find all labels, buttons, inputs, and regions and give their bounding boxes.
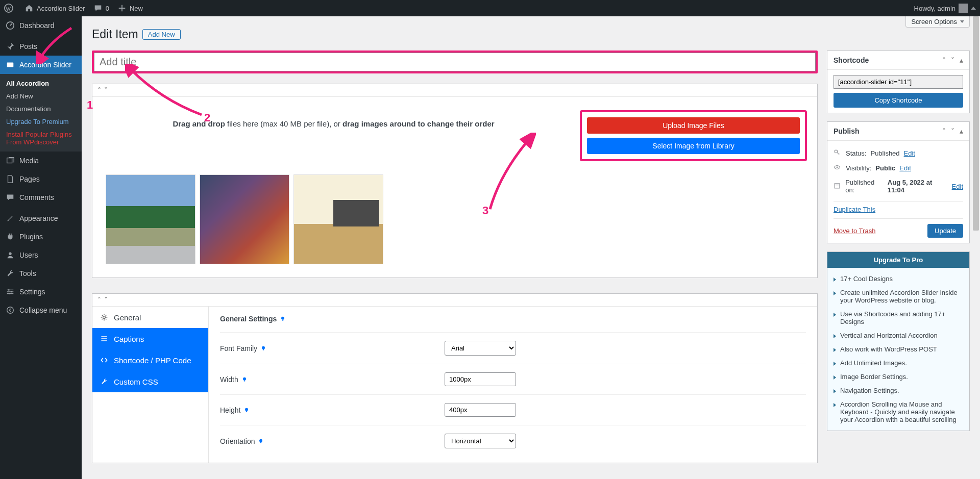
add-new-button[interactable]: Add New [142,29,181,40]
wp-adminbar: Accordion Slider 0 New Howdy, admin [0,0,980,16]
edit-visibility-link[interactable]: Edit [899,164,911,172]
menu-collapse[interactable]: Collapse menu [0,301,82,319]
tab-custom-css[interactable]: Custom CSS [92,371,208,392]
input-width[interactable] [445,372,516,386]
select-font-family[interactable]: Arial [445,341,516,356]
pin-icon [5,41,15,52]
menu-pages[interactable]: Pages [0,170,82,188]
wp-logo[interactable] [0,0,20,16]
image-thumbnail[interactable] [200,174,289,264]
admin-sidebar: Dashboard Posts Accordion Slider All Acc… [0,16,82,479]
menu-users[interactable]: Users [0,246,82,264]
status-row: Status: Published Edit [834,146,963,161]
settings-panel: ˄ ˅ General Captions [92,293,818,463]
menu-plugins[interactable]: Plugins [0,228,82,246]
list-item: Also work with WordPress POST [834,342,963,356]
toggle-panel-icon[interactable]: ▴ [960,56,963,64]
select-from-library-button[interactable]: Select Image from Library [587,138,800,154]
list-item: 17+ Cool Designs [834,272,963,286]
post-title-input[interactable] [94,53,816,71]
label-orientation: Orientation [220,437,445,445]
image-thumbnail[interactable] [293,174,383,264]
duplicate-link[interactable]: Duplicate This [834,201,963,214]
move-up-icon[interactable]: ˄ [942,127,946,135]
copy-shortcode-button[interactable]: Copy Shortcode [834,93,963,108]
site-name: Accordion Slider [37,5,85,12]
visibility-row: Visibility: Public Edit [834,161,963,175]
move-down-icon[interactable]: ˅ [104,296,108,304]
screen-options-toggle[interactable]: Screen Options [905,16,970,28]
scrollbar-thumb[interactable] [973,16,979,231]
lightbulb-icon [258,438,264,444]
hamburger-icon [100,334,109,343]
user-icon [5,250,15,260]
menu-posts[interactable]: Posts [0,37,82,56]
submenu-upgrade-premium[interactable]: Upgrade To Premium [0,115,82,128]
svg-point-8 [7,307,14,314]
upload-image-files-button[interactable]: Upload Image Files [587,117,800,134]
move-to-trash-link[interactable]: Move to Trash [834,227,875,235]
svg-point-4 [9,253,11,255]
move-down-icon[interactable]: ˅ [104,86,108,94]
tab-captions[interactable]: Captions [92,328,208,349]
svg-rect-11 [282,320,283,321]
move-down-icon[interactable]: ˅ [951,56,954,64]
svg-point-10 [281,317,284,320]
move-down-icon[interactable]: ˅ [951,127,954,135]
list-item: Create unlimited Accordion Slider inside… [834,286,963,307]
edit-status-link[interactable]: Edit [904,149,915,157]
tab-shortcode[interactable]: Shortcode / PHP Code [92,349,208,371]
upgrade-pro-box: Upgrade To Pro 17+ Cool Designs Create u… [827,251,970,431]
menu-dashboard[interactable]: Dashboard [0,16,82,35]
submenu-accordion-slider: All Accordion Add New Documentation Upgr… [0,74,82,152]
shortcode-field[interactable] [834,75,963,89]
row-height: Height [220,394,806,425]
svg-point-14 [243,377,246,380]
move-up-icon[interactable]: ˄ [942,56,946,64]
comments-link[interactable]: 0 [89,0,113,16]
menu-media[interactable]: Media [0,152,82,170]
comments-icon [5,192,15,203]
svg-point-6 [11,291,12,293]
sliders-icon [5,287,15,297]
submenu-documentation[interactable]: Documentation [0,103,82,115]
select-orientation[interactable]: Horizontal [445,434,516,448]
tab-general[interactable]: General [92,307,208,328]
menu-appearance[interactable]: Appearance [0,209,82,228]
main-content: Screen Options Edit Item Add New ˄ ˅ Dr [82,16,980,479]
menu-tools[interactable]: Tools [0,264,82,283]
update-button[interactable]: Update [927,224,963,238]
howdy-text[interactable]: Howdy, admin [914,5,955,12]
input-height[interactable] [445,403,516,417]
edit-date-link[interactable]: Edit [952,183,963,190]
published-on-row: Published on: Aug 5, 2022 at 11:04 Edit [834,175,963,197]
move-up-icon[interactable]: ˄ [97,296,101,304]
collapse-icon [5,305,15,315]
gear-icon [100,313,109,322]
wrench-icon [5,268,15,279]
calendar-icon [834,182,841,191]
toggle-panel-icon[interactable]: ▴ [960,127,963,135]
site-home-link[interactable]: Accordion Slider [20,0,89,16]
submenu-all-accordion[interactable]: All Accordion [0,77,82,90]
page-scrollbar[interactable] [972,16,980,479]
user-avatar[interactable] [959,4,968,13]
label-height: Height [220,406,445,414]
submenu-install-popular[interactable]: Install Popular Plugins From WPdiscover [0,128,82,148]
expand-toolbar-icon[interactable] [971,7,976,10]
svg-rect-13 [263,349,264,350]
list-item: Vertical and Horizontal Accordion [834,329,963,342]
svg-rect-19 [260,442,261,443]
new-content-link[interactable]: New [113,0,147,16]
move-up-icon[interactable]: ˄ [97,86,101,94]
upgrade-feature-list: 17+ Cool Designs Create unlimited Accord… [827,268,969,431]
menu-settings[interactable]: Settings [0,283,82,301]
menu-accordion-slider[interactable]: Accordion Slider [0,56,82,74]
menu-comments[interactable]: Comments [0,188,82,207]
image-thumbnail[interactable] [106,174,195,264]
svg-point-12 [262,346,265,349]
eye-icon [834,164,842,172]
panel-order-handles: ˄ ˅ [92,294,817,307]
settings-heading: General Settings [220,313,806,323]
submenu-add-new[interactable]: Add New [0,90,82,103]
